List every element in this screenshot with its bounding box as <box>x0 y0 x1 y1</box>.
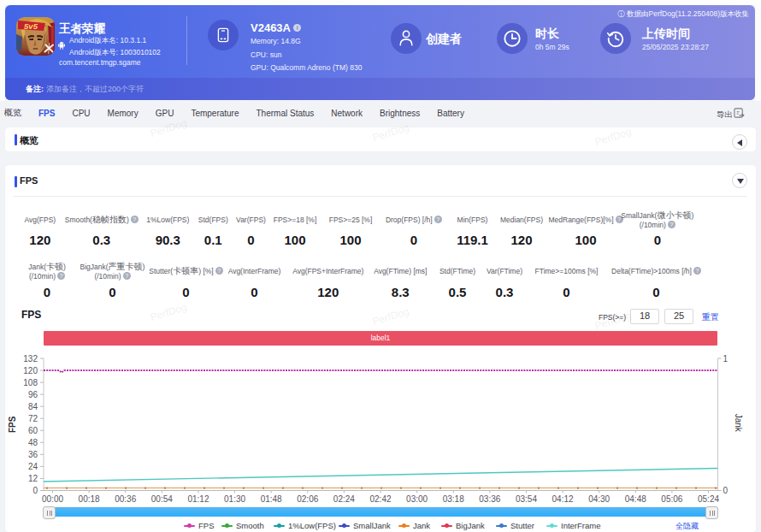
svg-text:Jank: Jank <box>734 414 743 433</box>
svg-text:12: 12 <box>28 474 38 483</box>
svg-text:5v5: 5v5 <box>24 21 38 31</box>
svg-text:120: 120 <box>23 366 38 375</box>
svg-text:04:30: 04:30 <box>588 494 610 504</box>
svg-text:02:06: 02:06 <box>297 494 318 504</box>
svg-text:02:24: 02:24 <box>333 494 355 504</box>
svg-text:96: 96 <box>28 390 38 399</box>
svg-text:03:00: 03:00 <box>406 494 428 504</box>
svg-text:02:42: 02:42 <box>369 494 391 504</box>
svg-text:00:54: 00:54 <box>151 494 173 504</box>
svg-text:00:18: 00:18 <box>79 494 100 504</box>
svg-text:48: 48 <box>28 438 38 447</box>
svg-text:108: 108 <box>23 378 38 387</box>
svg-text:72: 72 <box>28 414 38 423</box>
svg-text:04:12: 04:12 <box>552 494 574 504</box>
svg-text:36: 36 <box>28 450 38 459</box>
svg-text:03:54: 03:54 <box>516 494 537 504</box>
svg-text:132: 132 <box>23 354 38 364</box>
svg-text:60: 60 <box>28 426 38 435</box>
svg-text:03:18: 03:18 <box>443 494 464 504</box>
svg-text:04:48: 04:48 <box>625 494 646 504</box>
svg-text:01:12: 01:12 <box>187 494 209 504</box>
svg-text:FPS: FPS <box>8 416 17 433</box>
svg-text:1: 1 <box>723 354 729 364</box>
svg-text:84: 84 <box>28 402 38 411</box>
svg-text:05:24: 05:24 <box>698 494 719 504</box>
svg-text:00:00: 00:00 <box>42 494 63 504</box>
svg-text:01:30: 01:30 <box>224 494 245 504</box>
svg-text:05:06: 05:06 <box>661 494 682 504</box>
svg-text:0: 0 <box>723 486 729 495</box>
svg-text:24: 24 <box>28 462 38 471</box>
svg-text:0: 0 <box>32 486 38 495</box>
svg-text:00:36: 00:36 <box>115 494 136 504</box>
svg-text:01:48: 01:48 <box>261 494 282 504</box>
svg-text:03:36: 03:36 <box>479 494 500 504</box>
